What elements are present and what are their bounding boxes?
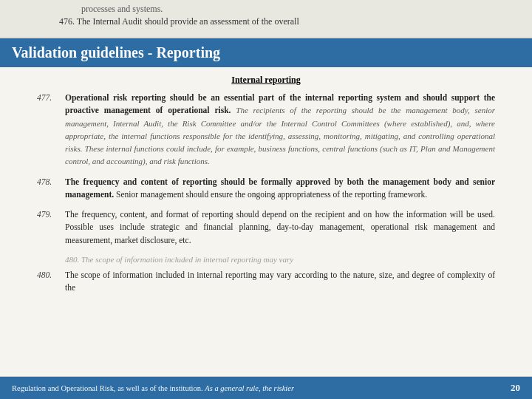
- para-479-normal: The frequency, content, and format of re…: [65, 210, 495, 245]
- paragraph-477: 477. Operational risk reporting should b…: [37, 92, 495, 168]
- top-line1: processes and systems.: [52, 3, 480, 16]
- paragraph-479: 479. The frequency, content, and format …: [37, 208, 495, 247]
- para-text-477: Operational risk reporting should be an …: [65, 92, 495, 168]
- para-text-480: The scope of information included in int…: [65, 269, 495, 295]
- bottom-left-italic: As a general rule, the riskier: [205, 384, 294, 392]
- para-480-normal: The scope of information included in int…: [65, 270, 495, 292]
- top-line2: 476. The Internal Audit should provide a…: [52, 16, 480, 28]
- top-strip: processes and systems. 476. The Internal…: [0, 0, 532, 38]
- section-header-title: Validation guidelines - Reporting: [12, 44, 220, 61]
- paragraph-478: 478. The frequency and content of report…: [37, 176, 495, 202]
- section-header: Validation guidelines - Reporting: [0, 38, 532, 67]
- para-text-478: The frequency and content of reporting s…: [65, 176, 495, 202]
- page-wrapper: processes and systems. 476. The Internal…: [0, 0, 532, 399]
- paragraph-480: 480. The scope of information included i…: [37, 269, 495, 295]
- bottom-left-text: Regulation and Operational Risk, as well…: [12, 384, 203, 392]
- para-text-faded: 480. The scope of information included i…: [65, 254, 495, 266]
- para-num-479: 479.: [37, 208, 65, 247]
- para-478-normal: Senior management should ensure the ongo…: [116, 190, 427, 199]
- para-num-faded: [37, 254, 65, 266]
- para-num-480: 480.: [37, 269, 65, 295]
- para-num-477: 477.: [37, 92, 65, 168]
- bottom-bar-left: Regulation and Operational Risk, as well…: [12, 384, 294, 392]
- para-477-italic: The recipients of the reporting should b…: [65, 106, 495, 166]
- content-area: Internal reporting 477. Operational risk…: [0, 67, 532, 376]
- bottom-bar: Regulation and Operational Risk, as well…: [0, 377, 532, 399]
- internal-reporting-label: Internal reporting: [37, 75, 495, 86]
- para-num-478: 478.: [37, 176, 65, 202]
- page-number: 20: [511, 382, 520, 394]
- paragraph-faded: 480. The scope of information included i…: [37, 254, 495, 266]
- para-text-479: The frequency, content, and format of re…: [65, 208, 495, 247]
